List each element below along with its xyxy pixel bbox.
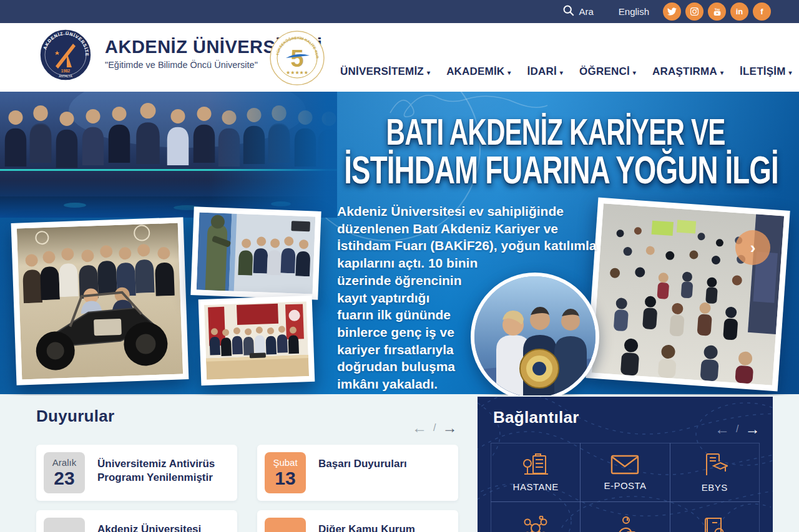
- chevron-down-icon: ▾: [633, 69, 636, 76]
- announcement-title: Üniversitemiz Antivirüs Programı Yenilen…: [97, 457, 228, 497]
- announcements-next-arrow[interactable]: →: [442, 419, 457, 437]
- document-cap-icon: [702, 453, 728, 476]
- date-badge: Aralık 23: [44, 452, 85, 493]
- link-person-book[interactable]: [580, 501, 670, 532]
- announcement-card[interactable]: Şubat 13 Başarı Duyuruları: [257, 445, 458, 501]
- link-molecule[interactable]: [491, 501, 581, 532]
- links-title: Bağlantılar: [493, 408, 579, 427]
- language-link[interactable]: English: [619, 6, 649, 17]
- link-book-search[interactable]: [670, 501, 760, 532]
- instagram-link[interactable]: [685, 2, 703, 21]
- book-search-icon: [702, 516, 727, 532]
- university-logo[interactable]: AKDENİZ ÜNİVERSİTESİ 1982 ANTALYA: [39, 29, 92, 81]
- meeting-table-photo: [199, 296, 315, 385]
- link-label: HASTANE: [513, 481, 559, 492]
- hero-paragraph-block: Akdeniz Üniversitesi ev sahipliğinde düz…: [337, 203, 599, 395]
- hospital-icon: [522, 453, 549, 476]
- nav-iletisim[interactable]: İLETİŞİM▾: [740, 65, 792, 78]
- chevron-down-icon: ▾: [560, 69, 563, 76]
- youtube-icon: You: [712, 7, 722, 16]
- chevron-down-icon: ▾: [720, 69, 723, 76]
- links-pager: ← / →: [715, 420, 760, 438]
- instagram-icon: [690, 7, 699, 16]
- youtube-link[interactable]: You: [708, 2, 726, 21]
- link-ebys[interactable]: EBYS: [670, 443, 760, 502]
- linkedin-link[interactable]: in: [730, 2, 748, 21]
- announcement-card[interactable]: Ocak Akdeniz Üniversitesi Akademik Yükse…: [36, 510, 237, 532]
- molecule-icon: [522, 516, 549, 532]
- chevron-down-icon: ▾: [427, 69, 430, 76]
- soldier-exhibit-photo: [190, 206, 321, 300]
- twitter-link[interactable]: [663, 2, 681, 21]
- social-links: You in f: [663, 2, 771, 21]
- link-eposta[interactable]: E-POSTA: [580, 443, 670, 502]
- links-grid: HASTANE E-POSTA: [491, 443, 760, 532]
- award-ceremony-photo: [471, 273, 599, 395]
- link-label: EBYS: [702, 482, 728, 493]
- ribbon-cutting-photo: [0, 92, 337, 218]
- links-next-arrow[interactable]: →: [745, 420, 760, 438]
- twitter-icon: [667, 7, 677, 16]
- svg-text:ANTALYA: ANTALYA: [59, 74, 72, 78]
- career-fair-crowd-photo: [586, 198, 790, 392]
- announcements-prev-arrow[interactable]: ←: [412, 419, 427, 437]
- announcement-title: Akdeniz Üniversitesi Akademik Yükseltme …: [97, 523, 228, 532]
- hero-headline-line2: İSTİHDAM FUARINA YOĞUN İLGİ: [344, 146, 767, 193]
- hero-headline: BATI AKDENİZ KARİYER VE İSTİHDAM FUARINA…: [315, 114, 796, 189]
- chevron-down-icon: ▾: [789, 69, 792, 76]
- quick-links-panel: Bağlantılar ← / →: [478, 397, 773, 532]
- nav-universitemiz[interactable]: ÜNİVERSİTEMİZ▾: [340, 65, 430, 78]
- topbar: Ara English You in f: [0, 0, 799, 23]
- nav-arastirma[interactable]: ARAŞTIRMA▾: [652, 65, 723, 78]
- announcement-card[interactable]: Aralık 23 Üniversitemiz Antivirüs Progra…: [36, 445, 237, 501]
- search-button[interactable]: Ara: [562, 4, 593, 19]
- akdeniz-university-homepage: Ara English You in f: [0, 0, 799, 532]
- links-prev-arrow[interactable]: ←: [715, 420, 730, 438]
- chevron-down-icon: ▾: [507, 69, 511, 76]
- svg-text:You: You: [714, 8, 720, 11]
- quality-accreditation-badge: YÜKSEKÖĞRETİM KALİTE KURULU 5 ★★★★★: [270, 31, 325, 85]
- svg-text:5: 5: [290, 46, 303, 72]
- date-badge: Şubat 13: [265, 452, 306, 493]
- hero-next-button[interactable]: ›: [735, 230, 770, 265]
- facebook-link[interactable]: f: [753, 2, 771, 21]
- hero-carousel-slide: BATI AKDENİZ KARİYER VE İSTİHDAM FUARINA…: [0, 92, 799, 395]
- linkedin-icon: in: [736, 7, 743, 16]
- facebook-icon: f: [760, 7, 763, 16]
- search-icon: [562, 4, 575, 19]
- svg-text:1982: 1982: [61, 69, 71, 73]
- buggy-exhibit-photo: [11, 217, 189, 385]
- person-book-icon: [612, 516, 637, 532]
- announcements-title: Duyurular: [36, 407, 115, 426]
- nav-akademik[interactable]: AKADEMİK▾: [446, 65, 511, 78]
- announcements-pager: ← / →: [412, 419, 457, 437]
- envelope-icon: [610, 455, 639, 475]
- announcement-title: Başarı Duyuruları: [318, 457, 407, 497]
- bottom-section: Duyurular ← / → Aralık 23 Üniversitemiz …: [0, 394, 799, 532]
- site-header: AKDENİZ ÜNİVERSİTESİ 1982 ANTALYA AKDENİ…: [0, 23, 799, 92]
- date-badge: Haziran: [265, 518, 306, 532]
- announcement-card[interactable]: Haziran Diğer Kamu Kurum Duyuruları: [257, 510, 458, 532]
- link-hastane[interactable]: HASTANE: [491, 443, 581, 502]
- date-badge: Ocak: [44, 518, 85, 532]
- link-label: E-POSTA: [604, 480, 646, 491]
- pager-separator: /: [433, 422, 436, 433]
- chevron-right-icon: ›: [750, 238, 756, 258]
- nav-idari[interactable]: İDARİ▾: [527, 65, 564, 78]
- svg-text:★★★★★: ★★★★★: [286, 70, 308, 75]
- main-navigation: ÜNİVERSİTEMİZ▾ AKADEMİK▾ İDARİ▾ ÖĞRENCİ▾…: [340, 65, 792, 78]
- search-label: Ara: [579, 6, 593, 17]
- announcement-title: Diğer Kamu Kurum Duyuruları: [318, 523, 449, 532]
- nav-ogrenci[interactable]: ÖĞRENCİ▾: [579, 65, 636, 78]
- pager-separator: /: [736, 423, 738, 435]
